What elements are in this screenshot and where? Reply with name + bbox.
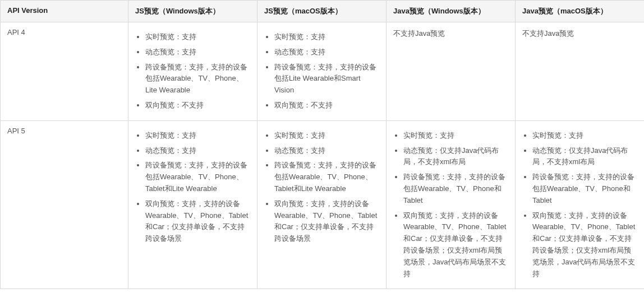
table-cell: 实时预览：支持动态预览：支持跨设备预览：支持，支持的设备包括Wearable、T… <box>257 120 387 289</box>
feature-list: 实时预览：支持动态预览：仅支持Java代码布局，不支持xml布局跨设备预览：支持… <box>393 130 508 280</box>
list-item: 动态预览：支持 <box>145 145 250 157</box>
feature-list: 实时预览：支持动态预览：支持跨设备预览：支持，支持的设备包括Wearable、T… <box>135 130 250 245</box>
list-item: 实时预览：支持 <box>532 130 637 142</box>
table-cell: 实时预览：支持动态预览：支持跨设备预览：支持，支持的设备包括Wearable、T… <box>128 120 257 289</box>
list-item: 实时预览：支持 <box>274 31 379 43</box>
list-item: 双向预览：支持，支持的设备Wearable、TV、Phone、Tablet和Ca… <box>532 210 637 280</box>
list-item: 实时预览：支持 <box>403 130 508 142</box>
table-cell: 实时预览：支持动态预览：支持跨设备预览：支持，支持的设备包括Wearable、T… <box>128 22 257 121</box>
cell-text: 不支持Java预览 <box>522 29 574 38</box>
list-item: 动态预览：支持 <box>274 46 379 58</box>
compat-table: API Version JS预览（Windows版本） JS预览（macOS版本… <box>0 0 644 289</box>
list-item: 跨设备预览：支持，支持的设备包括Wearable、TV、Phone、Tablet… <box>274 160 379 194</box>
cell-text: 不支持Java预览 <box>393 29 445 38</box>
list-item: 双向预览：不支持 <box>274 100 379 111</box>
col-header: API Version <box>1 1 128 22</box>
table-body: API 4实时预览：支持动态预览：支持跨设备预览：支持，支持的设备包括Weara… <box>1 22 645 289</box>
row-label: API 5 <box>1 120 128 289</box>
table-cell: 实时预览：支持动态预览：仅支持Java代码布局，不支持xml布局跨设备预览：支持… <box>387 120 516 289</box>
list-item: 动态预览：支持 <box>274 145 379 157</box>
list-item: 实时预览：支持 <box>145 31 250 43</box>
col-header: JS预览（macOS版本） <box>257 1 387 22</box>
feature-list: 实时预览：支持动态预览：仅支持Java代码布局，不支持xml布局跨设备预览：支持… <box>522 130 637 280</box>
list-item: 动态预览：支持 <box>145 46 250 58</box>
header-row: API Version JS预览（Windows版本） JS预览（macOS版本… <box>1 1 645 22</box>
list-item: 实时预览：支持 <box>145 130 250 142</box>
col-header: Java预览（Windows版本） <box>387 1 516 22</box>
table-row: API 4实时预览：支持动态预览：支持跨设备预览：支持，支持的设备包括Weara… <box>1 22 645 121</box>
table-cell: 不支持Java预览 <box>387 22 516 121</box>
row-label: API 4 <box>1 22 128 121</box>
feature-list: 实时预览：支持动态预览：支持跨设备预览：支持，支持的设备包括Lite Weara… <box>264 31 379 111</box>
list-item: 跨设备预览：支持，支持的设备包括Wearable、TV、Phone、Lite W… <box>145 62 250 96</box>
list-item: 实时预览：支持 <box>274 130 379 142</box>
list-item: 跨设备预览：支持，支持的设备包括Wearable、TV、Phone、Tablet… <box>145 160 250 194</box>
col-header: JS预览（Windows版本） <box>128 1 257 22</box>
feature-list: 实时预览：支持动态预览：支持跨设备预览：支持，支持的设备包括Wearable、T… <box>264 130 379 245</box>
table-cell: 实时预览：支持动态预览：仅支持Java代码布局，不支持xml布局跨设备预览：支持… <box>516 120 645 289</box>
list-item: 双向预览：支持，支持的设备Wearable、TV、Phone、Tablet和Ca… <box>403 210 508 280</box>
list-item: 跨设备预览：支持，支持的设备包括Wearable、TV、Phone和Tablet <box>403 171 508 206</box>
feature-list: 实时预览：支持动态预览：支持跨设备预览：支持，支持的设备包括Wearable、T… <box>135 31 250 111</box>
list-item: 动态预览：仅支持Java代码布局，不支持xml布局 <box>532 145 637 169</box>
list-item: 跨设备预览：支持，支持的设备包括Wearable、TV、Phone和Tablet <box>532 171 637 206</box>
table-cell: 实时预览：支持动态预览：支持跨设备预览：支持，支持的设备包括Lite Weara… <box>257 22 387 121</box>
list-item: 跨设备预览：支持，支持的设备包括Lite Wearable和Smart Visi… <box>274 62 379 96</box>
list-item: 双向预览：支持，支持的设备Wearable、TV、Phone、Tablet和Ca… <box>145 198 250 245</box>
list-item: 双向预览：支持，支持的设备Wearable、TV、Phone、Tablet和Ca… <box>274 198 379 245</box>
list-item: 双向预览：不支持 <box>145 100 250 111</box>
table-cell: 不支持Java预览 <box>516 22 645 121</box>
col-header: Java预览（macOS版本） <box>516 1 645 22</box>
list-item: 动态预览：仅支持Java代码布局，不支持xml布局 <box>403 145 508 169</box>
table-row: API 5实时预览：支持动态预览：支持跨设备预览：支持，支持的设备包括Weara… <box>1 120 645 289</box>
